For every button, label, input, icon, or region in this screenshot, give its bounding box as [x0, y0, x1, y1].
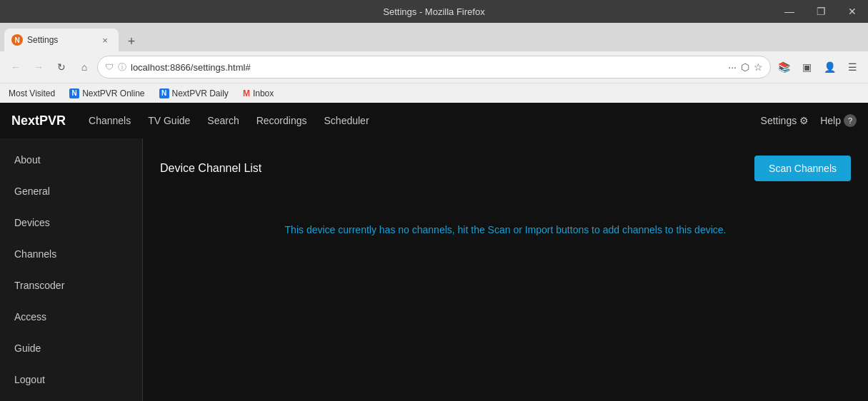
sidebar-item-general[interactable]: General: [0, 176, 142, 207]
sidebar-item-channels[interactable]: Channels: [0, 238, 142, 270]
bookmark-nextpvr-online[interactable]: N NextPVR Online: [66, 87, 147, 100]
nextpvr-daily-favicon: N: [159, 88, 169, 98]
sidebar-item-devices[interactable]: Devices: [0, 207, 142, 238]
bookmark-star-icon[interactable]: ☆: [754, 61, 763, 73]
info-icon: ⓘ: [118, 61, 126, 73]
main-content: Device Channel List Scan Channels This d…: [143, 138, 868, 401]
window-controls: — ❐ ✕: [774, 0, 868, 23]
bookmark-most-visited[interactable]: Most Visited: [6, 87, 58, 100]
library-button[interactable]: 📚: [774, 57, 794, 77]
nav-scheduler[interactable]: Scheduler: [324, 112, 369, 129]
address-bar-actions: ··· ⬡ ☆: [728, 61, 763, 73]
tab-close-button[interactable]: ×: [99, 34, 111, 46]
home-button[interactable]: ⌂: [74, 57, 94, 77]
gmail-icon: M: [243, 88, 250, 98]
title-bar: Settings - Mozilla Firefox — ❐ ✕: [0, 0, 868, 23]
device-channel-header: Device Channel List Scan Channels: [160, 156, 851, 181]
sidebar-item-logout[interactable]: Logout: [0, 364, 142, 395]
app-brand: NextPVR: [11, 113, 66, 128]
gear-icon: ⚙: [799, 115, 809, 126]
settings-link[interactable]: Settings ⚙: [761, 115, 809, 126]
menu-button[interactable]: ☰: [842, 57, 862, 77]
more-options-icon[interactable]: ···: [728, 61, 737, 73]
scan-channels-button[interactable]: Scan Channels: [754, 156, 851, 181]
bookmarks-bar: Most Visited N NextPVR Online N NextPVR …: [0, 83, 868, 103]
browser-tab[interactable]: N Settings ×: [4, 29, 119, 51]
nextpvr-online-label: NextPVR Online: [82, 88, 144, 98]
back-button[interactable]: ←: [6, 57, 26, 77]
pocket-icon[interactable]: ⬡: [741, 61, 749, 73]
window-title: Settings - Mozilla Firefox: [383, 6, 484, 17]
app-navigation: NextPVR Channels TV Guide Search Recordi…: [0, 103, 868, 138]
minimize-button[interactable]: —: [774, 0, 805, 23]
refresh-button[interactable]: ↻: [51, 57, 71, 77]
maximize-button[interactable]: ❐: [805, 0, 837, 23]
new-tab-button[interactable]: +: [121, 31, 141, 51]
bookmark-nextpvr-daily[interactable]: N NextPVR Daily: [156, 87, 231, 100]
nav-recordings[interactable]: Recordings: [256, 112, 307, 129]
toolbar-bar: ← → ↻ ⌂ 🛡 ⓘ ··· ⬡ ☆ 📚 ▣ 👤 ☰: [0, 51, 868, 83]
page-title: Device Channel List: [160, 162, 261, 175]
sidebar-item-access[interactable]: Access: [0, 301, 142, 333]
sidebar-button[interactable]: ▣: [797, 57, 817, 77]
no-channels-message: This device currently has no channels, h…: [160, 224, 851, 235]
tab-label: Settings: [27, 35, 94, 45]
address-input[interactable]: [131, 62, 724, 73]
nextpvr-online-favicon: N: [69, 88, 79, 98]
close-button[interactable]: ✕: [837, 0, 868, 23]
nav-search[interactable]: Search: [207, 112, 239, 129]
nav-right-actions: Settings ⚙ Help ?: [761, 114, 857, 127]
tab-bar: N Settings × +: [0, 23, 868, 51]
help-link[interactable]: Help ?: [820, 114, 857, 127]
inbox-label: Inbox: [253, 88, 274, 98]
bookmark-inbox[interactable]: M Inbox: [240, 87, 276, 100]
sidebar-item-about[interactable]: About: [0, 144, 142, 176]
help-label: Help: [820, 115, 841, 126]
nav-channels[interactable]: Channels: [89, 112, 131, 129]
nextpvr-daily-label: NextPVR Daily: [172, 88, 229, 98]
address-bar[interactable]: 🛡 ⓘ ··· ⬡ ☆: [97, 56, 771, 78]
toolbar-right: 📚 ▣ 👤 ☰: [774, 57, 862, 77]
sidebar-item-guide[interactable]: Guide: [0, 333, 142, 364]
help-icon: ?: [844, 114, 857, 127]
tab-favicon: N: [11, 34, 23, 46]
settings-label: Settings: [761, 115, 797, 126]
forward-button[interactable]: →: [29, 57, 49, 77]
content-area: About General Devices Channels Transcode…: [0, 138, 868, 401]
profile-button[interactable]: 👤: [819, 57, 839, 77]
shield-icon: 🛡: [105, 62, 114, 72]
most-visited-label: Most Visited: [9, 88, 55, 98]
nav-tv-guide[interactable]: TV Guide: [148, 112, 190, 129]
settings-sidebar: About General Devices Channels Transcode…: [0, 138, 143, 401]
sidebar-item-transcoder[interactable]: Transcoder: [0, 270, 142, 301]
